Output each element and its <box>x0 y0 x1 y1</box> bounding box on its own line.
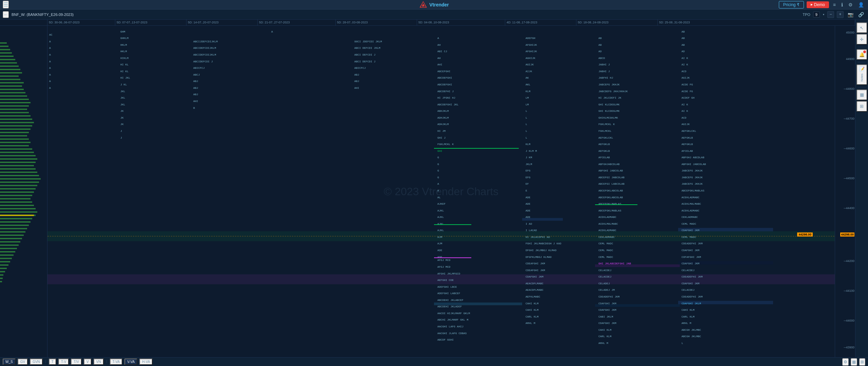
tab-tdivv[interactable]: T/V <box>71 359 82 365</box>
svg-rect-31 <box>0 139 29 140</box>
crosshair-tool-button[interactable]: ✛ <box>856 34 867 45</box>
svg-text:ACEKLADMABC: ACEKLADMABC <box>598 216 616 219</box>
svg-text:JABCEFG JKHJK: JABCEFG JKHJK <box>682 169 703 172</box>
cursor-tool-button[interactable]: ↖ <box>856 22 867 33</box>
bottom-settings-button[interactable]: ⚙ <box>842 358 849 366</box>
svg-text:AGIJK: AGIJK <box>526 63 534 66</box>
svg-text:AB: AB <box>598 37 602 40</box>
svg-text:AEACDFLMABC: AEACDFLMABC <box>526 288 544 291</box>
svg-text:HI JFGNI HJ: HI JFGNI HJ <box>437 96 455 99</box>
svg-rect-21 <box>0 105 29 107</box>
svg-text:AIJK: AIJK <box>526 70 532 73</box>
price-label-44600: ─44600 <box>844 147 854 150</box>
svg-text:AB: AB <box>598 43 602 46</box>
svg-text:ADEFGH: ADEFGH <box>526 37 535 40</box>
svg-text:CEML MADC: CEML MADC <box>682 222 696 225</box>
svg-text:A: A <box>49 46 51 49</box>
zoom-out-button[interactable]: − <box>827 11 834 18</box>
svg-text:AFGJ MCD: AFGJ MCD <box>437 259 451 262</box>
svg-text:AJM: AJM <box>437 242 442 245</box>
svg-rect-16 <box>0 89 24 90</box>
svg-text:EFG: EFG <box>526 169 531 172</box>
svg-rect-44 <box>0 182 39 183</box>
svg-text:AEFGKLB: AEFGKLB <box>598 143 610 146</box>
camera-icon-button[interactable]: 📷 <box>846 11 855 18</box>
svg-text:ACDE FG: ACDE FG <box>682 83 693 86</box>
tab-vn[interactable]: VN <box>94 359 104 365</box>
svg-text:AH: AH <box>437 57 441 60</box>
link-icon-button[interactable]: 🔗 <box>857 11 865 18</box>
svg-text:ABCDEHI JKLADEF: ABCDEHI JKLADEF <box>437 305 462 308</box>
tab-vva[interactable]: V-VA <box>124 359 137 365</box>
svg-rect-74 <box>0 278 3 279</box>
svg-rect-42 <box>0 175 39 176</box>
svg-text:JABHI J: JABHI J <box>598 70 610 73</box>
svg-text:ADHJKLM: ADHJKLM <box>437 116 449 119</box>
svg-text:ARHL M: ARHL M <box>682 322 691 325</box>
svg-text:AACGHI JLAFG CDBAS: AACGHI JLAFG CDBAS <box>437 332 467 335</box>
notes-button[interactable]: 📝 Notes <box>856 64 867 85</box>
chart-content: © 2023 Vtrender Charts AC A A A A A A A … <box>0 26 855 357</box>
svg-rect-9 <box>0 65 19 67</box>
svg-text:JABCDEFG JKHJXKHJK: JABCDEFG JKHJXKHJK <box>598 90 628 93</box>
svg-text:I LACAD: I LACAD <box>526 229 537 232</box>
svg-rect-7 <box>0 59 15 60</box>
svg-text:ADHJKLM: ADHJKLM <box>437 123 449 126</box>
tpo-svg: AC A A A A A A A A GHM GHKLM HKLM HKLM H… <box>47 26 835 357</box>
hamburger-button[interactable]: ☰ <box>3 1 9 8</box>
svg-text:E: E <box>526 189 527 192</box>
back-button[interactable]: ← <box>3 11 9 18</box>
demo-button[interactable]: Demo <box>807 1 829 8</box>
svg-text:ABFGHJ ABCDLAB: ABFGHJ ABCDLAB <box>682 156 704 159</box>
svg-text:HIKLM: HIKLM <box>120 57 129 60</box>
svg-rect-26 <box>0 122 34 123</box>
svg-text:ABCIDEFCDI J: ABCIDEFCDI J <box>193 60 213 63</box>
tpo-value: 9 <box>813 12 820 18</box>
svg-text:ARHL M: ARHL M <box>526 322 535 325</box>
info-icon-button[interactable]: ℹ <box>840 1 844 8</box>
tab-gvn[interactable]: GVN <box>30 359 43 365</box>
date-header-1: 5D: 30-06..06-07-2023 <box>47 20 115 25</box>
svg-text:CDAFGHI JKM: CDAFGHI JKM <box>598 308 616 311</box>
list-icon-button[interactable]: ≡ <box>832 1 837 8</box>
svg-text:AFCELAB: AFCELAB <box>682 149 693 152</box>
svg-text:ABFGHI JABCOLAB: ABFGHI JABCOLAB <box>598 169 623 172</box>
tab-tv[interactable]: T-V <box>58 359 69 365</box>
settings-icon-button[interactable]: ⚙ <box>847 1 854 8</box>
svg-text:CEML MADC: CEML MADC <box>682 236 696 239</box>
svg-rect-4 <box>0 49 10 50</box>
zoom-in-button[interactable]: + <box>837 11 844 18</box>
tab-tva[interactable]: T-VA <box>110 359 122 365</box>
svg-text:AFGHIJK: AFGHIJK <box>526 50 537 53</box>
tab-ws[interactable]: W_S <box>3 359 16 365</box>
svg-text:LM: LM <box>526 103 529 106</box>
svg-rect-39 <box>0 165 34 166</box>
layout-button[interactable]: ⊞ <box>856 101 867 112</box>
tab-t[interactable]: T <box>49 359 56 365</box>
svg-rect-20 <box>0 102 31 103</box>
tab-hva[interactable]: H-VA <box>139 359 153 365</box>
notes-label: Notes <box>860 72 864 83</box>
svg-text:AEFGKLB: AEFGKLB <box>682 136 693 139</box>
bottom-layout-button[interactable]: ⊞ <box>859 358 865 366</box>
svg-text:AEFKLMABC: AEFKLMABC <box>526 295 540 298</box>
bottom-grid-button[interactable]: ▦ <box>851 358 857 366</box>
pricing-button[interactable]: Pricing ₹ <box>779 1 804 8</box>
svg-rect-22 <box>0 109 27 110</box>
tpo-dropdown[interactable]: ▾ <box>823 13 825 17</box>
user-icon-button[interactable]: 👤 <box>857 1 865 8</box>
svg-text:AKL: AKL <box>526 83 531 86</box>
svg-text:AJKL: AJKL <box>437 229 444 232</box>
svg-rect-60 <box>0 231 25 232</box>
svg-text:ABCI DEFCDI J: ABCI DEFCDI J <box>354 60 375 63</box>
tab-gv[interactable]: GV <box>18 359 28 365</box>
svg-text:AK: AK <box>526 76 529 79</box>
grid-view-button[interactable]: ▦ <box>856 89 867 100</box>
svg-text:ARHL M: ARHL M <box>598 342 608 345</box>
svg-rect-55 <box>0 215 34 216</box>
svg-text:ABJ: ABJ <box>354 80 359 83</box>
svg-text:CDAFGHI JKM: CDAFGHI JKM <box>598 322 616 325</box>
tab-v[interactable]: V <box>84 359 92 365</box>
bell-button[interactable]: 🔔 <box>856 49 867 60</box>
svg-rect-24 <box>0 115 31 117</box>
